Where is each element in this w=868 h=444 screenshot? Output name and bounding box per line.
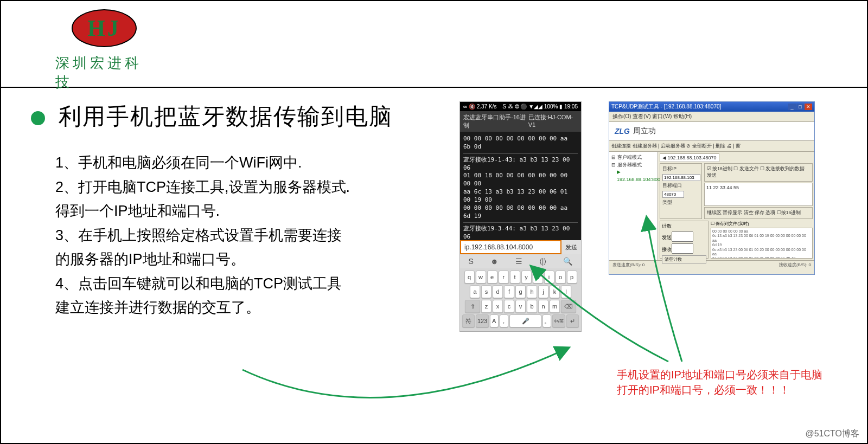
key-c[interactable]: c bbox=[504, 300, 514, 313]
send-count[interactable] bbox=[672, 231, 693, 242]
recv-count[interactable] bbox=[672, 243, 693, 254]
recv-opts-row[interactable]: 继续区 暂停显示 清空 保存 选项 ☐按16进制 bbox=[707, 210, 810, 216]
key-g[interactable]: g bbox=[515, 285, 526, 298]
kb-icon-search[interactable]: 🔍 bbox=[563, 257, 572, 266]
body: 利用手机把蓝牙数据传输到电脑 1、手机和电脑必须在同一个WiFi网中. 2、打开… bbox=[1, 88, 867, 320]
key-k[interactable]: k bbox=[550, 285, 560, 298]
pc-tree: ⊟ 客户端模式 ⊟ 服务器模式 ▶ 192.168.88.104:8000 bbox=[609, 152, 658, 260]
company-name: 深圳宏进科技 bbox=[55, 54, 153, 92]
logo-block: HJ 深圳宏进科技 bbox=[55, 9, 153, 92]
key-v[interactable]: v bbox=[515, 300, 526, 313]
key-period[interactable]: 。 bbox=[542, 314, 551, 327]
key-backspace[interactable]: ⌫ bbox=[561, 300, 576, 313]
key-caps[interactable]: A bbox=[490, 314, 499, 327]
key-y[interactable]: y bbox=[521, 271, 532, 284]
pc-brand: ZLG周立功 bbox=[609, 122, 814, 141]
key-x[interactable]: x bbox=[493, 300, 503, 313]
target-port-input[interactable] bbox=[662, 191, 684, 198]
key-q[interactable]: q bbox=[464, 271, 475, 284]
clear-count-button[interactable]: 清空计数 bbox=[662, 255, 706, 263]
send-opts-row[interactable]: ☑ 按16进制 ☐ 发送文件 ☐ 发送接收到的数据 发送 bbox=[707, 166, 810, 179]
tree-client[interactable]: ⊟ 客户端模式 bbox=[611, 154, 655, 162]
ip-input-field[interactable]: ip.192.168.88.104.8000 bbox=[460, 240, 561, 254]
term-div1 bbox=[463, 153, 578, 154]
key-d[interactable]: d bbox=[493, 285, 503, 298]
bullet-dot bbox=[31, 111, 45, 125]
key-u[interactable]: u bbox=[533, 271, 543, 284]
tree-server[interactable]: ⊟ 服务器模式 bbox=[611, 162, 655, 169]
conn-panel: 目标IP 目标端口 类型 bbox=[660, 163, 702, 219]
recv-count-label: 接收 bbox=[662, 247, 672, 252]
term-div2 bbox=[463, 222, 578, 223]
window-controls: _ □ ✕ bbox=[788, 104, 812, 110]
kb-icon-emoji[interactable]: ☻ bbox=[490, 257, 499, 266]
pc-bottom: 计数 发送 接收 清空计数 ☐ 保存到文件(实时) 00 00 00 00 00… bbox=[660, 221, 813, 259]
app-title: 宏进蓝牙串口助手-16进制 bbox=[463, 113, 528, 130]
key-lang[interactable]: 中/英 bbox=[552, 314, 565, 327]
key-space[interactable]: 🎤 bbox=[509, 314, 542, 327]
target-ip-input[interactable] bbox=[662, 174, 700, 181]
step-4a: 4、点击回车键就可以和电脑的TCP测试工具 bbox=[55, 272, 454, 296]
maximize-icon[interactable]: □ bbox=[796, 104, 804, 110]
key-symbol[interactable]: 符 bbox=[462, 314, 475, 327]
key-e[interactable]: e bbox=[487, 271, 497, 284]
key-shift[interactable]: ⇧ bbox=[465, 300, 480, 313]
key-123[interactable]: 123 bbox=[476, 314, 488, 327]
note-line1: 手机设置的IP地址和端口号必须来自于电脑 bbox=[617, 367, 861, 382]
key-l[interactable]: l bbox=[561, 285, 571, 298]
tree-ip[interactable]: ▶ 192.168.88.104:8000 bbox=[611, 169, 655, 183]
kb-row1: q w e r t y u i o p bbox=[462, 271, 579, 284]
status-send: 发送速度(B/S): 0 bbox=[612, 262, 644, 268]
key-i[interactable]: i bbox=[544, 271, 554, 284]
pc-main: ◀ 192.168.88.103:48070 目标IP 目标端口 类型 bbox=[658, 152, 814, 260]
pc-toolbar[interactable]: 创建连接 创建服务器 | 启动服务器 ⊘ 全部断开 | 删除 🖨 | 窗 bbox=[609, 141, 814, 152]
logo-ellipse: HJ bbox=[72, 9, 137, 47]
key-p[interactable]: p bbox=[567, 271, 577, 284]
keyboard-toolbar: S ☻ ☰ ⟨|⟩ 🔍 bbox=[460, 254, 581, 268]
kb-icon-menu[interactable]: ☰ bbox=[515, 257, 522, 266]
minimize-icon[interactable]: _ bbox=[788, 104, 796, 110]
right-column: ∞ 🔇 2.37 K/s S ⁂ ❂ ⚫ ▼◢◢ 100% ▮ 19:05 宏进… bbox=[454, 101, 840, 320]
key-j[interactable]: j bbox=[538, 285, 548, 298]
send-opts: ☑ 按16进制 ☐ 发送文件 ☐ 发送接收到的数据 发送 bbox=[704, 163, 813, 182]
key-h[interactable]: h bbox=[527, 285, 537, 298]
kb-row3: ⇧ z x c v b n m ⌫ bbox=[462, 300, 579, 313]
kb-icon-cursor[interactable]: ⟨|⟩ bbox=[539, 257, 547, 266]
recv-hex: 00 00 00 00 00 00 aa 6c 13 a3 b3 13 23 0… bbox=[711, 228, 813, 259]
send-textbox[interactable]: 11 22 33 44 55 bbox=[704, 183, 813, 206]
kb-icon-s[interactable]: S bbox=[469, 257, 474, 266]
pc-titlebar: TCP&UDP测试工具 - [192.168.88.103:48070] _ □… bbox=[609, 102, 814, 112]
key-n[interactable]: n bbox=[538, 300, 548, 313]
key-z[interactable]: z bbox=[481, 300, 492, 313]
send-count-label: 发送 bbox=[662, 235, 672, 240]
term-l0: 00 00 00 00 00 00 00 00 00 aa 6b 0d bbox=[463, 135, 578, 151]
step-2a: 2、打开电脑TCP连接工具,设置为服务器模式. bbox=[55, 175, 454, 200]
key-b[interactable]: b bbox=[527, 300, 537, 313]
term-l4: aa 6c 13 a3 b3 13 23 00 06 01 00 19 00 bbox=[463, 188, 578, 204]
key-comma[interactable]: ， bbox=[500, 314, 508, 327]
key-enter[interactable]: ↵ bbox=[566, 314, 579, 327]
key-w[interactable]: w bbox=[476, 271, 486, 284]
key-a[interactable]: a bbox=[470, 285, 480, 298]
zlg-logo: ZLG bbox=[615, 127, 630, 136]
brand-text: 周立功 bbox=[633, 126, 656, 136]
note-line2: 打开的IP和端口号，必须一致！！！ bbox=[617, 382, 861, 397]
kb-row2: a s d f g h j k l bbox=[462, 285, 579, 298]
close-icon[interactable]: ✕ bbox=[805, 104, 812, 110]
status-right: S ⁂ ❂ ⚫ ▼◢◢ 100% ▮ 19:05 bbox=[502, 104, 578, 110]
pc-title: TCP&UDP测试工具 - [192.168.88.103:48070] bbox=[611, 103, 721, 111]
key-f[interactable]: f bbox=[504, 285, 514, 298]
key-r[interactable]: r bbox=[499, 271, 509, 284]
save-opt[interactable]: ☐ 保存到文件(实时) bbox=[711, 221, 813, 227]
key-o[interactable]: o bbox=[556, 271, 566, 284]
pc-menubar[interactable]: 操作(O) 查看(V) 窗口(W) 帮助(H) bbox=[609, 112, 814, 122]
pc-statusbar: 发送速度(B/S): 0 接收速度(B/S): 0 bbox=[609, 260, 814, 269]
send-button[interactable]: 发送 bbox=[561, 240, 581, 254]
count-panel: 计数 发送 接收 清空计数 bbox=[660, 221, 709, 259]
pc-tab[interactable]: ◀ 192.168.88.103:48070 bbox=[660, 153, 719, 162]
key-s[interactable]: s bbox=[481, 285, 492, 298]
phone-screenshot: ∞ 🔇 2.37 K/s S ⁂ ❂ ⚫ ▼◢◢ 100% ▮ 19:05 宏进… bbox=[459, 101, 582, 332]
key-m[interactable]: m bbox=[550, 300, 560, 313]
recv-opts: 继续区 暂停显示 清空 保存 选项 ☐按16进制 bbox=[704, 207, 813, 219]
key-t[interactable]: t bbox=[510, 271, 520, 284]
